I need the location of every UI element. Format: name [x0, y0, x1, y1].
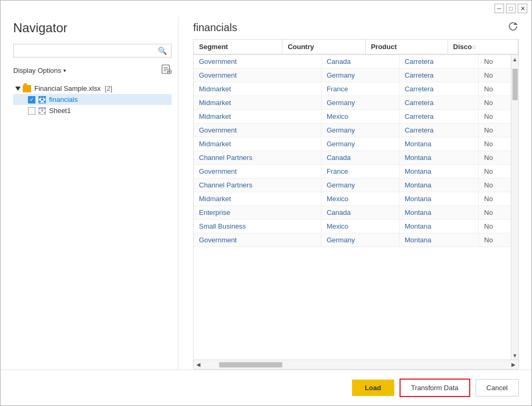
vertical-divider	[178, 16, 178, 370]
table-cell: Canada	[321, 206, 399, 220]
search-icon[interactable]: 🔍	[158, 46, 167, 55]
chevron-down-icon: ▾	[63, 68, 66, 73]
table-cell: Carretera	[399, 96, 479, 110]
file-name-label: Financial Sample.xlsx [2]	[34, 84, 112, 92]
table-cell: Government	[194, 69, 321, 82]
left-panel: Navigator 🔍 Display Options ▾	[13, 16, 172, 370]
vertical-scrollbar[interactable]: ▲ ▼	[511, 55, 518, 360]
table-cell: Small Business	[194, 220, 321, 233]
table-scroll-area[interactable]: GovernmentCanadaCarreteraNoGovernmentGer…	[194, 55, 518, 360]
table-cell: Carretera	[399, 69, 479, 82]
table-cell: Mexico	[321, 192, 399, 206]
table-cell: Mexico	[321, 220, 399, 233]
right-panel: financials Segment	[185, 21, 519, 370]
navigator-title: Navigator	[13, 21, 172, 35]
table-cell: Channel Partners	[194, 178, 321, 192]
table-cell: Germany	[321, 124, 399, 137]
table-cell: Midmarket	[194, 82, 321, 96]
table-icon-sheet1	[39, 107, 46, 115]
table-cell: Montana	[399, 192, 479, 206]
table-cell: Government	[194, 233, 321, 247]
sheet-financials-label: financials	[49, 96, 78, 103]
display-options-button[interactable]: Display Options ▾	[13, 67, 66, 74]
bottom-bar: Load Transform Data Cancel	[1, 370, 531, 405]
table-row: GovernmentGermanyCarreteraNo	[194, 69, 518, 82]
table-cell: Montana	[399, 165, 479, 178]
load-button[interactable]: Load	[352, 380, 394, 396]
table-cell: Germany	[321, 178, 399, 192]
tree-file-item[interactable]: Financial Sample.xlsx [2]	[13, 83, 172, 94]
preview-header: financials	[193, 21, 519, 35]
import-icon-button[interactable]	[161, 64, 172, 77]
table-cell: Midmarket	[194, 137, 321, 151]
scroll-left-arrow[interactable]: ◀	[194, 360, 203, 370]
table-cell: France	[321, 82, 399, 96]
table-cell: Montana	[399, 220, 479, 233]
table-cell: Mexico	[321, 110, 399, 124]
table-cell: Midmarket	[194, 110, 321, 124]
table-cell: Enterprise	[194, 206, 321, 220]
table-cell: Government	[194, 165, 321, 178]
refresh-button[interactable]	[507, 21, 519, 35]
table-cell: Germany	[321, 96, 399, 110]
table-cell: Germany	[321, 233, 399, 247]
tree-sheet-financials[interactable]: financials	[13, 94, 172, 105]
checkbox-sheet1-icon[interactable]	[28, 107, 35, 115]
table-cell: Montana	[399, 178, 479, 192]
table-cell: Government	[194, 55, 321, 69]
table-cell: Montana	[399, 206, 479, 220]
scroll-right-arrow[interactable]: ▶	[509, 360, 518, 370]
table-cell: Carretera	[399, 55, 479, 69]
table-cell: Channel Partners	[194, 151, 321, 165]
table-row: Small BusinessMexicoMontanaNo	[194, 220, 518, 233]
table-row: GovernmentFranceMontanaNo	[194, 165, 518, 178]
table-row: GovernmentGermanyMontanaNo	[194, 233, 518, 247]
col-segment: Segment	[194, 40, 282, 54]
horizontal-scrollbar[interactable]: ◀ ▶	[194, 360, 518, 369]
data-table-body: GovernmentCanadaCarreteraNoGovernmentGer…	[194, 55, 518, 247]
tree-sheet-sheet1[interactable]: Sheet1	[13, 105, 172, 116]
h-scroll-thumb[interactable]	[219, 362, 282, 367]
scroll-down-arrow[interactable]: ▼	[511, 351, 519, 360]
table-row: EnterpriseCanadaMontanaNo	[194, 206, 518, 220]
transform-data-button[interactable]: Transform Data	[400, 379, 470, 397]
table-row: GovernmentGermanyCarreteraNo	[194, 124, 518, 137]
preview-title: financials	[193, 22, 237, 34]
table-row: MidmarketGermanyCarreteraNo	[194, 96, 518, 110]
h-scroll-track	[203, 360, 509, 370]
search-input[interactable]	[18, 47, 158, 55]
table-cell: Montana	[399, 233, 479, 247]
table-cell: Carretera	[399, 110, 479, 124]
refresh-icon	[507, 21, 519, 32]
data-table: Segment Country Product Discou	[194, 40, 518, 55]
scroll-thumb[interactable]	[512, 69, 518, 100]
table-row: MidmarketGermanyMontanaNo	[194, 137, 518, 151]
display-options-row: Display Options ▾	[13, 64, 172, 77]
table-cell: Carretera	[399, 82, 479, 96]
content-area: Navigator 🔍 Display Options ▾	[1, 16, 531, 370]
minimize-button[interactable]: ─	[495, 4, 504, 13]
data-table-container: Segment Country Product Discou Govern	[193, 39, 519, 370]
search-box: 🔍	[13, 44, 172, 58]
cancel-button[interactable]: Cancel	[476, 379, 519, 396]
scroll-up-arrow[interactable]: ▲	[511, 55, 519, 63]
table-row: MidmarketMexicoCarreteraNo	[194, 110, 518, 124]
tree-expand-icon	[15, 87, 21, 91]
checkbox-financials-icon[interactable]	[28, 96, 35, 103]
table-cell: Carretera	[399, 124, 479, 137]
scroll-track	[511, 63, 519, 351]
maximize-button[interactable]: □	[506, 4, 516, 13]
close-button[interactable]: ✕	[518, 4, 527, 13]
navigator-window: ─ □ ✕ Navigator 🔍 Display Options ▾	[0, 0, 532, 406]
table-cell: Midmarket	[194, 96, 321, 110]
col-discount: Discou	[448, 40, 518, 54]
table-cell: Montana	[399, 151, 479, 165]
table-icon-financials	[39, 96, 46, 103]
title-bar: ─ □ ✕	[1, 1, 531, 16]
table-cell: France	[321, 165, 399, 178]
col-country: Country	[282, 40, 366, 54]
table-cell: Midmarket	[194, 192, 321, 206]
sheet-sheet1-label: Sheet1	[49, 107, 71, 115]
tree-area: Financial Sample.xlsx [2]	[13, 83, 172, 370]
col-product: Product	[365, 40, 448, 54]
